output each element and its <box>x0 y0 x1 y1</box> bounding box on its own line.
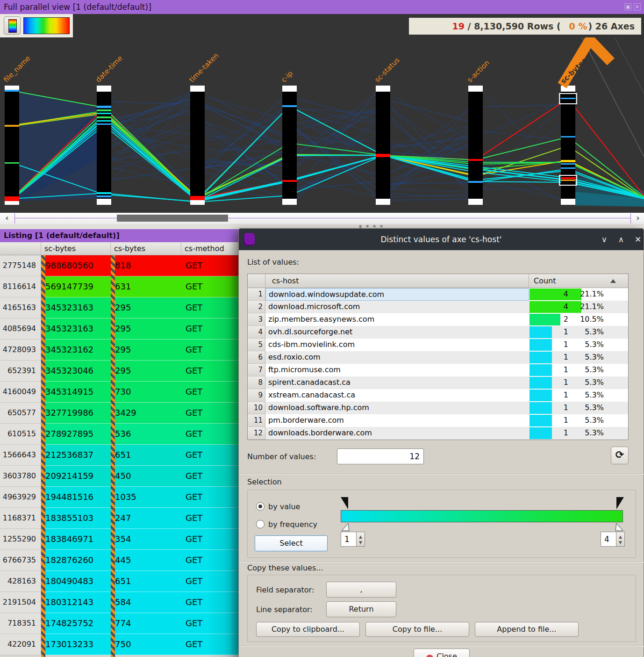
cell-count[interactable]: 15.3% <box>529 389 628 402</box>
table-row[interactable]: 4165163345323163295GET <box>0 297 239 318</box>
cell-cs-method[interactable]: GET <box>181 255 239 276</box>
close-button[interactable]: ✕Close <box>414 649 470 657</box>
table-row[interactable]: 49639291944815161035GET <box>0 487 239 508</box>
cell-count[interactable]: 15.3% <box>529 339 628 351</box>
cell-sc-bytes[interactable]: 212536837 <box>41 445 111 466</box>
table-row[interactable]: 8116614569147739631GET <box>0 276 239 297</box>
cell-cs-bytes[interactable]: 450 <box>111 466 181 487</box>
cell-sc-bytes[interactable]: 209214159 <box>41 466 111 487</box>
cell-cs-bytes[interactable]: 750 <box>111 634 181 655</box>
table-row[interactable]: 1255290183846971354GET <box>0 529 239 550</box>
table-row[interactable]: 2191504180312143584GET <box>0 592 239 613</box>
cell-cs-bytes[interactable]: 1035 <box>111 487 181 508</box>
cell-count[interactable]: 421.1% <box>529 301 628 313</box>
arrow-down-icon[interactable]: ▼ <box>357 541 365 545</box>
cell-count[interactable]: 15.3% <box>529 402 628 414</box>
cell-cs-bytes[interactable]: 445 <box>111 550 181 571</box>
cell-cs-bytes[interactable]: 631 <box>111 276 181 297</box>
column-header-cs-bytes[interactable]: cs-bytes <box>111 242 181 255</box>
cell-sc-bytes[interactable]: 345323163 <box>41 318 111 339</box>
cell-cs-bytes[interactable]: 818 <box>111 255 181 276</box>
cell-sc-bytes[interactable]: 988680560 <box>41 255 111 276</box>
cell-cs-method[interactable]: GET <box>181 529 239 550</box>
value-row[interactable]: 12downloads.borderware.com15.3% <box>248 427 628 440</box>
cell-count[interactable]: 15.3% <box>529 364 628 376</box>
cell-sc-bytes[interactable]: 194481516 <box>41 487 111 508</box>
by-value-radio[interactable] <box>256 502 265 511</box>
cell-sc-bytes[interactable]: 174825752 <box>41 613 111 634</box>
table-row[interactable]: 3603780209214159450GET <box>0 466 239 487</box>
cell-count[interactable]: 210.5% <box>529 313 628 326</box>
table-row[interactable]: 718351174825752774GET <box>0 613 239 634</box>
cell-cs-method[interactable]: GET <box>181 276 239 297</box>
cell-cs-method[interactable]: GET <box>181 592 239 613</box>
cell-cs-host[interactable]: ftp.micromuse.com <box>265 364 529 376</box>
cell-cs-method[interactable]: GET <box>181 382 239 403</box>
table-row[interactable]: 1566643212536837651GET <box>0 445 239 466</box>
scroll-left-icon[interactable]: ‹ <box>1 213 13 224</box>
column-header-cs-host[interactable]: cs-host <box>265 274 529 288</box>
plot-scrollbar[interactable] <box>0 213 644 224</box>
cell-cs-bytes[interactable]: 295 <box>111 339 181 361</box>
refresh-button[interactable]: ⟳ <box>611 447 629 464</box>
cell-cs-method[interactable]: GET <box>181 466 239 487</box>
cell-cs-method[interactable]: GET <box>181 297 239 318</box>
cell-sc-bytes[interactable]: 183855103 <box>41 508 111 529</box>
chevron-up-icon[interactable]: ∧ <box>615 229 627 250</box>
table-row[interactable]: 428163180490483651GET <box>0 571 239 592</box>
cell-count[interactable]: 15.3% <box>529 414 628 427</box>
values-table-body[interactable]: 1download.windowsupdate.com421.1%2downlo… <box>248 288 628 440</box>
field-separator-button[interactable]: , <box>326 582 396 598</box>
cell-cs-method[interactable]: GET <box>181 571 239 592</box>
column-header-cs-method[interactable]: cs-method <box>181 242 239 255</box>
append-to-file-button[interactable]: Append to file... <box>475 622 579 637</box>
value-row[interactable]: 1download.windowsupdate.com421.1% <box>248 288 628 301</box>
listing-body[interactable]: 2775148988680560818GET811661456914773963… <box>0 255 239 657</box>
copy-to-clipboard-button[interactable]: Copy to clipboard... <box>256 622 360 637</box>
cell-cs-bytes[interactable]: 651 <box>111 445 181 466</box>
table-row[interactable]: 652391345323046295GET <box>0 361 239 382</box>
range-max-value[interactable]: 4 <box>601 532 616 547</box>
listing-titlebar[interactable]: Listing [1 (default/default)] <box>0 229 239 242</box>
cell-cs-bytes[interactable]: 651 <box>111 571 181 592</box>
cell-cs-bytes[interactable]: 774 <box>111 613 181 634</box>
cell-cs-method[interactable]: GET <box>181 634 239 655</box>
stepper-arrows[interactable]: ▲▼ <box>357 532 365 547</box>
table-row[interactable]: 1168371183855103247GET <box>0 508 239 529</box>
value-row[interactable]: 8spirent.canadacast.ca15.3% <box>248 376 628 389</box>
cell-sc-bytes[interactable]: 569147739 <box>41 276 111 297</box>
value-row[interactable]: 3zip.members.easynews.com210.5% <box>248 313 628 326</box>
cell-cs-method[interactable]: GET <box>181 339 239 361</box>
value-row[interactable]: 5cds-ibm.movielink.com15.3% <box>248 339 628 351</box>
dialog-grip-dots[interactable]: ▪ ▪ ▪ ▪ ▪ <box>359 225 387 228</box>
cell-cs-bytes[interactable]: 730 <box>111 382 181 403</box>
cell-sc-bytes[interactable]: 327719986 <box>41 403 111 424</box>
cell-cs-host[interactable]: download.software.hp.com <box>265 402 529 414</box>
parallel-view-titlebar[interactable]: Full parallel view [1 (default/default)]… <box>0 0 644 14</box>
number-of-values-field[interactable]: 12 <box>337 448 424 464</box>
sort-ascending-icon[interactable] <box>610 279 616 283</box>
colormap-button[interactable] <box>4 16 21 35</box>
cell-count[interactable]: 15.3% <box>529 376 628 389</box>
cell-count[interactable]: 15.3% <box>529 351 628 364</box>
cell-cs-bytes[interactable]: 584 <box>111 592 181 613</box>
cell-sc-bytes[interactable]: 183846971 <box>41 529 111 550</box>
cell-cs-bytes[interactable]: 536 <box>111 424 181 445</box>
table-row[interactable]: 4085694345323163295GET <box>0 318 239 339</box>
parallel-plot-canvas[interactable]: file_namedate-timetime-takenc-ipsc-statu… <box>0 37 644 213</box>
cell-sc-bytes[interactable]: 345323163 <box>41 297 111 318</box>
close-icon[interactable]: ✕ <box>634 3 641 10</box>
dialog-close-icon[interactable]: ✕ <box>632 229 644 250</box>
cell-cs-host[interactable]: zip.members.easynews.com <box>265 313 529 326</box>
cell-cs-host[interactable]: download.windowsupdate.com <box>265 288 529 301</box>
table-row[interactable]: 2775148988680560818GET <box>0 255 239 276</box>
parallel-coordinates-plot[interactable]: file_namedate-timetime-takenc-ipsc-statu… <box>0 37 644 213</box>
range-max-stepper[interactable]: 4 ▲▼ <box>601 532 625 547</box>
cell-count[interactable]: 15.3% <box>529 326 628 339</box>
cell-sc-bytes[interactable]: 173013233 <box>41 634 111 655</box>
range-min-value[interactable]: 1 <box>341 532 357 547</box>
cell-cs-host[interactable]: download.microsoft.com <box>265 301 529 313</box>
cell-sc-bytes[interactable]: 278927895 <box>41 424 111 445</box>
cell-sc-bytes[interactable]: 345323046 <box>41 361 111 382</box>
maximize-icon[interactable]: ▣ <box>624 3 631 10</box>
